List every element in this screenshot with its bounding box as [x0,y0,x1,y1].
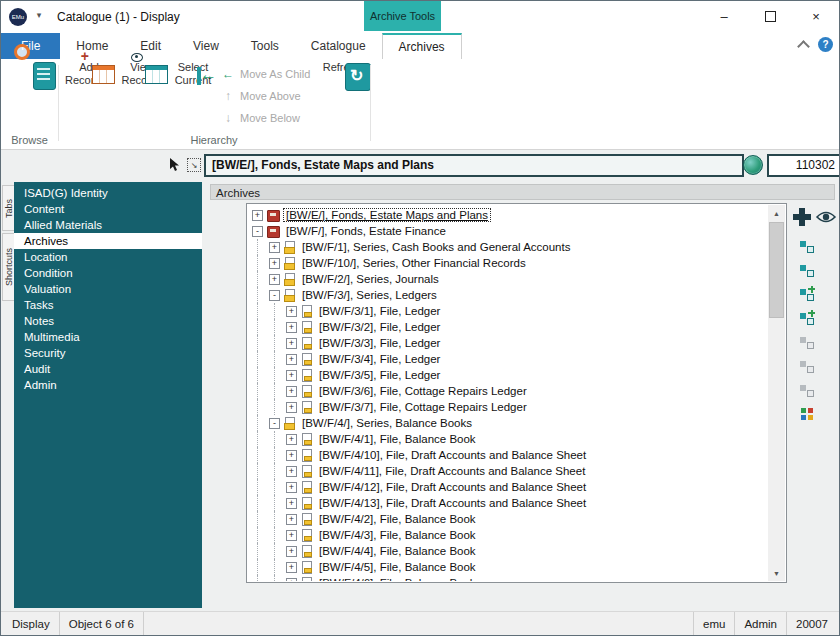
sidebar-tab[interactable]: Archives [14,233,202,249]
tree-node-label[interactable]: [BW/F/10/], Series, Other Financial Reco… [300,257,528,269]
tree-node-label[interactable]: [BW/F/1], Series, Cash Books and General… [300,241,572,253]
tree-node-label[interactable]: [BW/F/2/], Series, Journals [300,273,441,285]
tree-expander-icon[interactable]: + [286,530,297,541]
tree-row[interactable]: + [BW/F/3/7], File, Cottage Repairs Ledg… [252,399,768,415]
tree-node-label[interactable]: [BW/F/3/6], File, Cottage Repairs Ledger [317,385,529,397]
help-icon[interactable]: ? [818,37,833,52]
hierarchy-tool-button[interactable] [797,237,817,254]
tree-row[interactable]: + [BW/F/1], Series, Cash Books and Gener… [252,239,768,255]
ribbon-tab[interactable]: Catalogue [295,33,382,59]
tree-row[interactable]: + [BW/F/3/6], File, Cottage Repairs Ledg… [252,383,768,399]
tree-node-label[interactable]: [BW/F/4/2], File, Balance Book [317,513,478,525]
tree-row[interactable]: - [BW/F/3/], Series, Ledgers [252,287,768,303]
hierarchy-tool-button[interactable] [797,357,817,374]
tree-row[interactable]: - [BW/F/], Fonds, Estate Finance [252,223,768,239]
tree-expander-icon[interactable]: + [286,338,297,349]
tree-node-label[interactable]: [BW/F/], Fonds, Estate Finance [284,225,448,237]
tree-row[interactable]: + [BW/F/4/12], File, Draft Accounts and … [252,479,768,495]
tree-row[interactable]: + [BW/F/4/1], File, Balance Book [252,431,768,447]
tree-row[interactable]: + [BW/F/4/11], File, Draft Accounts and … [252,463,768,479]
hierarchy-tool-button[interactable] [797,309,817,326]
ribbon-tab[interactable]: View [177,33,235,59]
ribbon-tab[interactable]: File [1,33,60,59]
tree-row[interactable]: + [BW/F/3/5], File, Ledger [252,367,768,383]
tree-node-label[interactable]: [BW/F/3/2], File, Ledger [317,321,442,333]
refresh-button[interactable]: ↻ Refresh [319,61,365,139]
maximize-button[interactable] [747,1,793,31]
tree-scrollbar[interactable]: ▲ ▼ [768,205,785,581]
add-node-button[interactable] [792,207,812,227]
hierarchy-tool-button[interactable] [797,285,817,302]
move-as-child-button[interactable]: ← Move As Child [221,63,321,85]
sidebar-tab[interactable]: Security [14,345,202,361]
quick-access-dropdown-icon[interactable]: ▾ [33,10,45,20]
tree-expander-icon[interactable]: + [286,498,297,509]
tree-expander-icon[interactable]: + [286,306,297,317]
ribbon-tab[interactable]: Home [60,33,124,59]
sidebar-tab[interactable]: Allied Materials [14,217,202,233]
tree-node-label[interactable]: [BW/F/3/5], File, Ledger [317,369,442,381]
sidebar-tab[interactable]: ISAD(G) Identity [14,185,202,201]
view-records-button[interactable]: View Records [117,61,167,139]
globe-icon[interactable] [743,155,763,175]
move-above-button[interactable]: ↑ Move Above [221,85,321,107]
tree-row[interactable]: + [BW/F/4/10], File, Draft Accounts and … [252,447,768,463]
scroll-up-icon[interactable]: ▲ [768,205,785,221]
sidebar-tab[interactable]: Location [14,249,202,265]
tree-expander-icon[interactable]: + [269,242,280,253]
tree-row[interactable]: - [BW/F/4/], Series, Balance Books [252,415,768,431]
tree-node-label[interactable]: [BW/F/4/12], File, Draft Accounts and Ba… [317,481,588,493]
close-button[interactable]: × [793,1,839,31]
tree-expander-icon[interactable]: + [269,258,280,269]
select-current-button[interactable]: ← Select Current [169,61,217,139]
tree-node-label[interactable]: [BW/F/3/3], File, Ledger [317,337,442,349]
app-logo-icon[interactable]: EMu [9,8,27,26]
tree-expander-icon[interactable]: - [252,226,263,237]
view-node-button[interactable] [815,209,837,225]
tree-row[interactable]: + [BW/F/3/3], File, Ledger [252,335,768,351]
tree-expander-icon[interactable]: + [252,210,263,221]
tree-node-label[interactable]: [BW/F/4/11], File, Draft Accounts and Ba… [317,465,587,477]
tree-row[interactable]: + [BW/F/4/5], File, Balance Book [252,559,768,575]
tree-expander-icon[interactable]: - [269,290,280,301]
browse-button[interactable] [7,61,55,139]
tree-expander-icon[interactable]: + [286,354,297,365]
tree-node-label[interactable]: [BW/F/3/4], File, Ledger [317,353,442,365]
sidebar-tab[interactable]: Notes [14,313,202,329]
tree-expander-icon[interactable]: + [286,434,297,445]
tree-row[interactable]: + [BW/F/4/6], File, Balance Book [252,575,768,581]
sidebar-tab[interactable]: Condition [14,265,202,281]
hierarchy-tool-button[interactable] [797,333,817,350]
ribbon-tab[interactable]: Archives [382,33,462,60]
tree-node-label[interactable]: [BW/E/], Fonds, Estate Maps and Plans [284,209,490,221]
tree-node-label[interactable]: [BW/F/4/5], File, Balance Book [317,561,478,573]
sidebar-tab[interactable]: Audit [14,361,202,377]
tree-expander-icon[interactable]: + [286,450,297,461]
tree-expander-icon[interactable]: + [269,274,280,285]
select-all-button[interactable]: ↘ [186,157,202,173]
scrollbar-thumb[interactable] [769,222,784,318]
ribbon-tab[interactable]: Tools [235,33,295,59]
sidebar-tab[interactable]: Content [14,201,202,217]
tree-expander-icon[interactable]: + [286,482,297,493]
sidebar-tab[interactable]: Valuation [14,281,202,297]
tree-row[interactable]: + [BW/F/4/3], File, Balance Book [252,527,768,543]
tree-expander-icon[interactable]: + [286,514,297,525]
hierarchy-tool-button[interactable] [797,381,817,398]
tree-expander-icon[interactable]: + [286,578,297,582]
tree-row[interactable]: + [BW/F/2/], Series, Journals [252,271,768,287]
scroll-down-icon[interactable]: ▼ [768,565,785,581]
tree-node-label[interactable]: [BW/F/4/1], File, Balance Book [317,433,478,445]
tree-row[interactable]: + [BW/F/3/1], File, Ledger [252,303,768,319]
move-below-button[interactable]: ↓ Move Below [221,107,321,129]
add-records-button[interactable]: + Add Records ▾ [63,61,115,139]
sidebar-tab[interactable]: Multimedia [14,329,202,345]
sidebar-tab[interactable]: Tasks [14,297,202,313]
tree-node-label[interactable]: [BW/F/4/4], File, Balance Book [317,545,478,557]
tree-expander-icon[interactable]: + [286,466,297,477]
tree-expander-icon[interactable]: + [286,370,297,381]
tree-row[interactable]: + [BW/F/3/2], File, Ledger [252,319,768,335]
hierarchy-tool-button[interactable] [797,261,817,278]
tree-node-label[interactable]: [BW/F/3/], Series, Ledgers [300,289,439,301]
tree-row[interactable]: + [BW/E/], Fonds, Estate Maps and Plans [252,207,768,223]
